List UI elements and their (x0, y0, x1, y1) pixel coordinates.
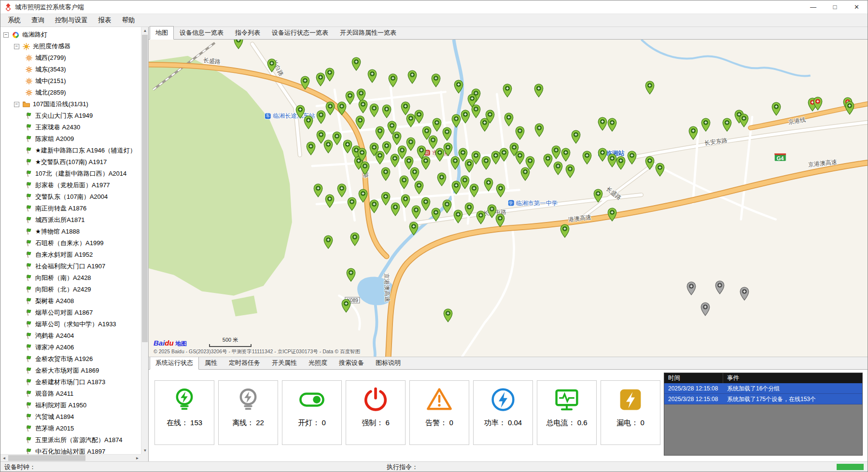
map-marker[interactable] (520, 167, 530, 182)
tree-item[interactable]: 社会福利院大门口 A1907 (0, 261, 141, 272)
map-marker[interactable] (316, 110, 326, 125)
map-marker[interactable] (306, 141, 316, 157)
map-marker[interactable] (460, 175, 470, 191)
map-view[interactable]: 长盛路长白路长盛路车临湘长途汽车站府市政府地临湘站长安东路京港线G4京港澳高速长… (149, 40, 868, 357)
tree-item[interactable]: 金桥建材市场门口 A1873 (0, 376, 141, 388)
tree-item[interactable]: 交警队东（107南）A2004 (0, 191, 141, 203)
menu-item[interactable]: 报表 (93, 14, 117, 27)
map-marker[interactable] (495, 213, 505, 229)
map-marker[interactable] (593, 189, 603, 204)
tree-expander-icon[interactable]: − (3, 32, 9, 38)
tree-item[interactable]: 陈家组 A2009 (0, 133, 141, 145)
tree-item[interactable]: 向阳桥（北）A2429 (0, 284, 141, 295)
vertical-scrollbar-thumb[interactable] (142, 35, 148, 342)
map-marker[interactable] (357, 148, 367, 163)
map-marker[interactable] (471, 104, 481, 120)
map-marker[interactable] (442, 199, 452, 215)
map-marker[interactable] (688, 126, 698, 141)
tree-item[interactable]: 向阳桥（南）A2428 (0, 272, 141, 284)
map-marker[interactable] (325, 68, 335, 83)
tree-item[interactable]: 福利院对面 A1950 (0, 400, 141, 411)
menu-item[interactable]: 系统 (2, 14, 26, 27)
map-marker[interactable] (375, 126, 385, 141)
map-marker[interactable] (515, 151, 525, 166)
map-marker[interactable] (655, 163, 665, 178)
tree-item[interactable]: 南正街转盘 A1876 (0, 203, 141, 214)
map-marker[interactable] (496, 183, 505, 199)
tree-item[interactable]: 烟草公司（求知中学）A1933 (0, 319, 141, 330)
map-marker[interactable] (499, 148, 509, 163)
map-marker[interactable] (351, 57, 361, 72)
map-marker[interactable] (484, 178, 493, 193)
map-marker[interactable] (645, 81, 655, 96)
tree-item[interactable]: 芭茅塘 A2015 (0, 423, 141, 434)
map-marker[interactable] (443, 308, 453, 324)
map-marker[interactable] (645, 156, 655, 171)
event-row[interactable]: 2025/3/28 12:15:08系统加载了16个分组 (664, 383, 862, 394)
tree-item[interactable]: 五尖山大门东 A1949 (0, 110, 141, 122)
map-marker[interactable] (391, 202, 400, 218)
tree-item[interactable]: 自来水斜对面 A1952 (0, 249, 141, 261)
map-marker[interactable] (607, 208, 617, 223)
maximize-button[interactable]: □ (824, 0, 846, 14)
map-marker[interactable] (442, 127, 452, 142)
tree-item[interactable]: 王家珑巷 A2430 (0, 122, 141, 133)
tree-item[interactable]: ★建新中路路口东 A1946（辅道灯） (0, 145, 141, 156)
map-marker[interactable] (381, 167, 391, 182)
map-marker[interactable] (437, 172, 447, 188)
map-marker[interactable] (401, 194, 410, 209)
map-tab-2[interactable]: 指令列表 (229, 26, 266, 40)
map-marker[interactable] (627, 151, 637, 166)
tree-item[interactable]: 城北(2859) (0, 87, 141, 98)
map-marker[interactable] (325, 194, 335, 209)
map-tab-1[interactable]: 设备信息一览表 (174, 26, 229, 40)
tree-item[interactable]: 中石化加油站对面 A1897 (0, 446, 141, 454)
tree-horizontal-scrollbar[interactable]: ◄ ► (0, 454, 141, 461)
close-button[interactable]: ✕ (846, 0, 868, 14)
tree-item[interactable]: 五里派出所（富源汽配）A1874 (0, 434, 141, 446)
tree-item[interactable]: 金桥大市场对面 A1869 (0, 365, 141, 376)
tree-item[interactable]: 彭家巷（党校后面）A1977 (0, 180, 141, 191)
map-marker[interactable] (300, 76, 310, 91)
map-marker-alarm[interactable] (813, 97, 823, 112)
map-marker[interactable] (771, 102, 781, 117)
scroll-right-arrow[interactable]: ► (134, 455, 141, 461)
bottom-tab-4[interactable]: 光照度 (303, 356, 333, 370)
map-marker[interactable] (616, 156, 626, 171)
map-marker[interactable] (431, 208, 441, 223)
map-marker-offline[interactable] (715, 280, 725, 296)
map-marker[interactable] (565, 164, 575, 180)
map-marker[interactable] (421, 197, 431, 212)
map-marker[interactable] (343, 139, 352, 155)
map-marker[interactable] (414, 180, 424, 196)
map-marker[interactable] (345, 91, 355, 106)
tree-item[interactable]: ★博物馆 A1888 (0, 226, 141, 237)
map-marker[interactable] (432, 118, 442, 133)
map-marker[interactable] (388, 73, 398, 89)
tree-item[interactable]: −光照度传感器 (0, 41, 141, 52)
map-marker[interactable] (722, 118, 732, 133)
map-marker[interactable] (358, 189, 368, 204)
map-marker[interactable] (598, 148, 607, 163)
menu-item[interactable]: 帮助 (117, 14, 140, 27)
map-marker[interactable] (503, 83, 512, 99)
tree-item[interactable]: 城中(2151) (0, 75, 141, 87)
tree-item[interactable]: −临湘路灯 (0, 29, 141, 41)
scroll-left-arrow[interactable]: ◄ (0, 455, 8, 462)
tree-item[interactable]: 107北（建新中路路口西）A2014 (0, 168, 141, 180)
map-marker[interactable] (410, 167, 420, 182)
horizontal-scrollbar-thumb[interactable] (8, 455, 85, 461)
map-marker[interactable] (443, 142, 453, 158)
map-marker[interactable] (454, 80, 463, 95)
tree-item[interactable]: 城西(2799) (0, 52, 141, 64)
bottom-tab-5[interactable]: 搜索设备 (333, 356, 370, 370)
event-time-header[interactable]: 时间 (664, 373, 723, 383)
map-marker[interactable] (451, 180, 461, 196)
map-marker[interactable] (267, 58, 277, 74)
tree-expander-icon[interactable]: − (14, 102, 19, 107)
map-marker[interactable] (451, 114, 461, 129)
map-marker[interactable] (560, 224, 570, 239)
map-marker[interactable] (471, 151, 481, 166)
tree-item[interactable]: 梨树巷 A2408 (0, 295, 141, 307)
tree-vertical-scrollbar[interactable]: ▲ ▼ (141, 27, 148, 454)
